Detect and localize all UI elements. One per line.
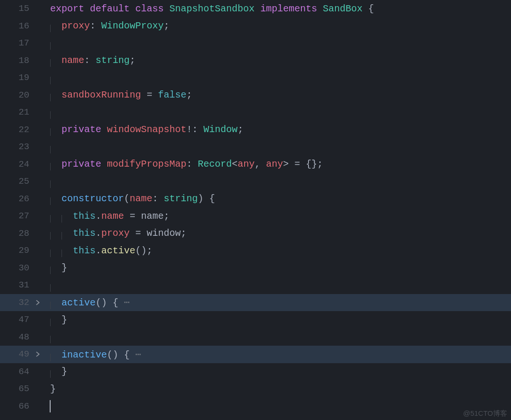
code-content[interactable]: }	[50, 262, 511, 273]
token-op: =	[147, 89, 152, 100]
code-content[interactable]: }	[50, 366, 511, 377]
line-number: 25	[0, 176, 32, 187]
token-punc: ;	[186, 89, 192, 100]
code-content[interactable]: private windowSnapshot!: Window;	[50, 124, 511, 135]
code-line[interactable]: 23	[0, 138, 511, 156]
fold-toggle-collapsed[interactable]	[32, 299, 44, 306]
code-line[interactable]: 48	[0, 329, 511, 346]
watermark-text: @51CTO博客	[463, 409, 507, 418]
code-line[interactable]: 24private modifyPropsMap: Record<any, an…	[0, 156, 511, 173]
text-cursor	[50, 400, 51, 412]
code-content[interactable]: }	[50, 384, 511, 394]
code-line[interactable]: 26constructor(name: string) {	[0, 190, 511, 208]
code-content[interactable]	[50, 142, 511, 152]
code-content[interactable]: sandboxRunning = false;	[50, 89, 511, 100]
code-line[interactable]: 17	[0, 35, 511, 52]
code-content[interactable]: export default class SnapshotSandbox imp…	[50, 3, 511, 14]
line-number: 24	[0, 159, 32, 170]
token-punc: .	[96, 245, 101, 256]
token-op: !	[186, 124, 192, 135]
code-line[interactable]: 19	[0, 69, 511, 87]
code-line[interactable]: 30}	[0, 259, 511, 277]
token-kw: private	[62, 124, 101, 135]
token-punc: :	[186, 159, 192, 170]
token-type: Record	[198, 159, 232, 170]
token-prop: any	[238, 159, 255, 170]
code-content[interactable]: proxy: WindowProxy;	[50, 20, 511, 31]
code-content[interactable]	[50, 280, 511, 291]
code-line[interactable]: 31	[0, 277, 511, 294]
token-punc: {	[209, 193, 215, 204]
code-line[interactable]: 28this.proxy = window;	[0, 225, 511, 242]
line-number: 22	[0, 125, 32, 135]
code-line[interactable]: 29this.active();	[0, 242, 511, 259]
token-punc: ,	[255, 159, 260, 170]
token-punc: ();	[135, 245, 152, 256]
line-number: 64	[0, 366, 32, 377]
token-punc: }	[62, 366, 67, 377]
token-prop: any	[266, 159, 283, 170]
code-line[interactable]: 27this.name = name;	[0, 207, 511, 225]
token-ths: this	[73, 211, 96, 222]
token-kw: default	[90, 3, 130, 14]
code-line[interactable]: 16proxy: WindowProxy;	[0, 18, 511, 35]
code-content[interactable]	[50, 107, 511, 118]
line-number: 17	[0, 38, 32, 48]
token-fn: constructor	[62, 193, 124, 204]
token-punc: <	[232, 159, 238, 170]
code-line[interactable]: 18name: string;	[0, 52, 511, 70]
token-varw: windowSnapshot	[107, 124, 186, 135]
code-content[interactable]: }	[50, 314, 511, 325]
token-punc: }	[62, 262, 67, 273]
code-line[interactable]: 15export default class SnapshotSandbox i…	[0, 0, 511, 18]
line-number: 20	[0, 90, 32, 100]
token-punc: :	[152, 193, 158, 204]
code-content[interactable]: inactive() { ⋯	[50, 349, 511, 360]
chevron-right-icon[interactable]	[35, 299, 41, 306]
token-prop: sandboxRunning	[62, 89, 141, 100]
code-line[interactable]: 22private windowSnapshot!: Window;	[0, 121, 511, 139]
code-content[interactable]: private modifyPropsMap: Record<any, any>…	[50, 159, 511, 170]
code-line[interactable]: 64}	[0, 363, 511, 381]
code-content[interactable]: constructor(name: string) {	[50, 193, 511, 204]
code-line[interactable]: 65}	[0, 380, 511, 398]
code-line[interactable]: 49inactive() { ⋯	[0, 346, 511, 363]
code-line[interactable]: 21	[0, 104, 511, 121]
code-line[interactable]: 66	[0, 398, 511, 415]
token-prop: name	[101, 211, 124, 222]
chevron-right-icon[interactable]	[35, 351, 41, 357]
code-line[interactable]: 32active() { ⋯	[0, 294, 511, 312]
code-editor[interactable]: 15export default class SnapshotSandbox i…	[0, 0, 511, 420]
code-content[interactable]	[50, 176, 511, 187]
token-op: =	[135, 228, 141, 239]
line-number: 27	[0, 211, 32, 221]
code-content[interactable]	[50, 72, 511, 83]
token-type: string	[164, 193, 198, 204]
fold-toggle-collapsed[interactable]	[32, 351, 44, 357]
code-content[interactable]	[50, 38, 511, 49]
token-punc: window;	[147, 228, 186, 239]
token-varw: modifyPropsMap	[107, 159, 186, 170]
code-content[interactable]: this.name = name;	[50, 211, 511, 222]
token-prop: proxy	[62, 20, 90, 31]
code-content[interactable]: active() { ⋯	[50, 296, 511, 308]
token-bool: false	[158, 89, 186, 100]
token-fold-dots: ⋯	[130, 349, 141, 360]
token-punc: }	[50, 384, 56, 394]
line-number: 49	[0, 349, 32, 359]
code-content[interactable]	[50, 331, 511, 342]
code-content[interactable]: name: string;	[50, 55, 511, 66]
code-line[interactable]: 20sandboxRunning = false;	[0, 87, 511, 104]
token-punc: :	[84, 55, 90, 66]
code-line[interactable]: 47}	[0, 311, 511, 329]
code-line[interactable]: 25	[0, 173, 511, 190]
token-punc: {	[124, 349, 130, 360]
code-content[interactable]	[50, 400, 511, 412]
code-content[interactable]: this.proxy = window;	[50, 228, 511, 239]
token-type: Window	[203, 124, 238, 135]
line-number: 65	[0, 384, 32, 394]
code-content[interactable]: this.active();	[50, 245, 511, 256]
token-punc: >	[283, 159, 289, 170]
token-ths: this	[73, 245, 96, 256]
token-kw: private	[62, 159, 101, 170]
